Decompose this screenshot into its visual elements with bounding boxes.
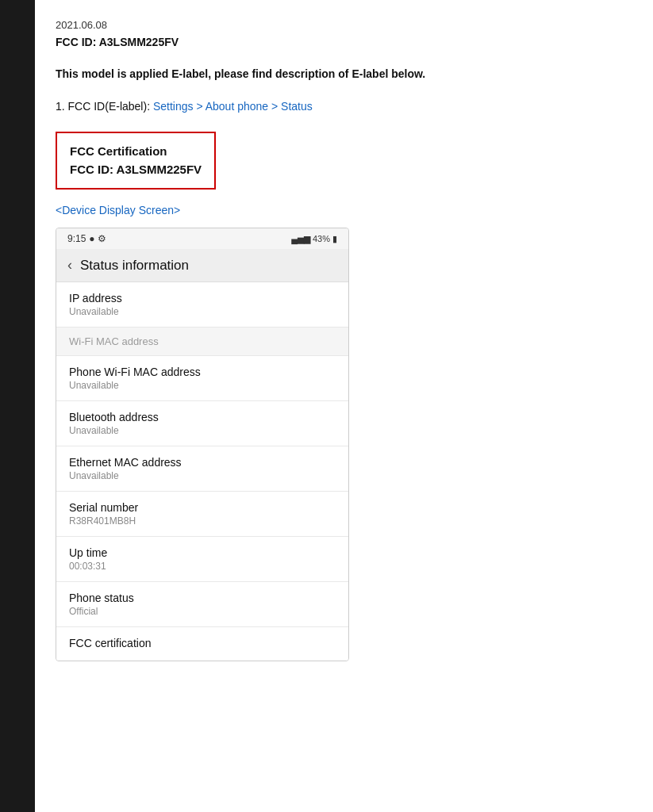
phone-screen-mockup: 9:15 ● ⚙ ▄▅▆ 43% ▮ ‹ Status information … <box>56 228 349 661</box>
fcc-id-header: FCC ID: A3LSMM225FV <box>56 36 621 48</box>
item-value-phone-status: Official <box>69 606 336 617</box>
screen-title: Status information <box>80 258 189 274</box>
item-label-ethernet: Ethernet MAC address <box>69 456 336 469</box>
item-label-bluetooth: Bluetooth address <box>69 411 336 423</box>
cert-title-line2: FCC ID: A3LSMM225FV <box>70 161 202 179</box>
main-content: 2021.06.08 FCC ID: A3LSMM225FV This mode… <box>48 0 653 680</box>
phone-time-area: 9:15 ● ⚙ <box>67 233 106 244</box>
elabel-link[interactable]: Settings > About phone > Status <box>153 100 313 113</box>
battery-percent: 43% <box>313 234 330 243</box>
elabel-instruction-text: 1. FCC ID(E-label): <box>56 100 150 113</box>
list-item: Serial number R38R401MB8H <box>56 492 348 537</box>
item-label-phone-status: Phone status <box>69 592 336 604</box>
list-item: Phone Wi-Fi MAC address Unavailable <box>56 356 348 401</box>
item-label-fcc-cert: FCC certification <box>69 637 336 649</box>
left-border-bar <box>0 0 35 812</box>
item-value-ip: Unavailable <box>69 306 336 317</box>
item-value-bluetooth: Unavailable <box>69 425 336 436</box>
phone-time: 9:15 <box>67 233 86 244</box>
item-value-ethernet: Unavailable <box>69 470 336 481</box>
cert-title-line1: FCC Certification <box>70 143 202 161</box>
list-item: FCC certification <box>56 627 348 661</box>
back-arrow-icon[interactable]: ‹ <box>67 257 72 274</box>
item-value-serial: R38R401MB8H <box>69 515 336 527</box>
list-item: Phone status Official <box>56 582 348 627</box>
phone-status-bar: 9:15 ● ⚙ ▄▅▆ 43% ▮ <box>56 228 348 249</box>
item-label-uptime: Up time <box>69 546 336 559</box>
item-label-ip: IP address <box>69 292 336 304</box>
signal-area: ▄▅▆ 43% ▮ <box>291 234 337 244</box>
wifi-mac-section-header: Wi-Fi MAC address <box>56 327 348 356</box>
notification-icons: ● ⚙ <box>89 233 106 244</box>
list-item: Up time 00:03:31 <box>56 537 348 582</box>
phone-status-list: IP address Unavailable Wi-Fi MAC address… <box>56 282 348 661</box>
fcc-cert-box: FCC Certification FCC ID: A3LSMM225FV <box>56 132 216 190</box>
elabel-instruction: 1. FCC ID(E-label): Settings > About pho… <box>56 100 621 113</box>
device-display-label: <Device Display Screen> <box>56 204 621 216</box>
list-item: Ethernet MAC address Unavailable <box>56 446 348 492</box>
wifi-mac-section-label: Wi-Fi MAC address <box>69 335 336 347</box>
battery-icon: ▮ <box>332 234 337 244</box>
list-item: IP address Unavailable <box>56 282 348 327</box>
item-value-uptime: 00:03:31 <box>69 561 336 572</box>
signal-strength-icon: ▄▅▆ <box>291 234 310 244</box>
item-label-serial: Serial number <box>69 501 336 514</box>
phone-screen-header: ‹ Status information <box>56 249 348 282</box>
document-date: 2021.06.08 <box>56 19 621 31</box>
item-label-wifi-mac: Phone Wi-Fi MAC address <box>69 366 336 378</box>
item-value-wifi-mac: Unavailable <box>69 380 336 391</box>
description-text: This model is applied E-label, please fi… <box>56 66 621 82</box>
list-item: Bluetooth address Unavailable <box>56 401 348 446</box>
